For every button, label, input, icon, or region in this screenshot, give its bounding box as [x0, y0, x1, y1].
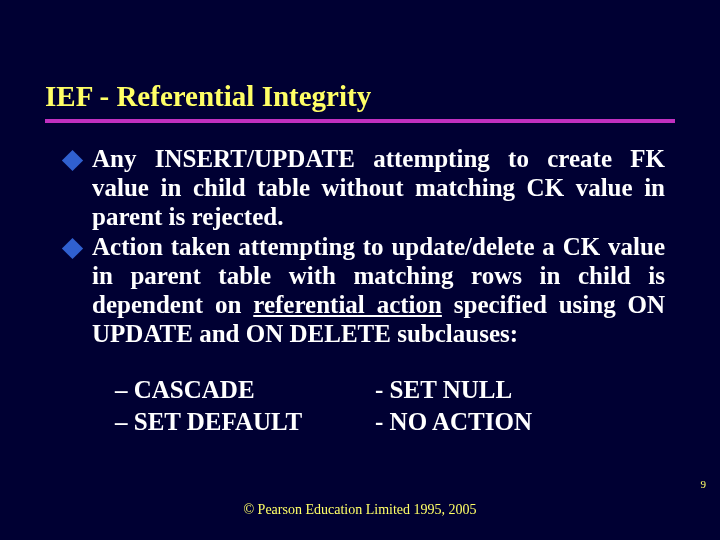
bullet-text: Any INSERT/UPDATE attempting to create F…: [92, 145, 665, 231]
slide: IEF - Referential Integrity Any INSERT/U…: [0, 0, 720, 540]
option-item: – SET DEFAULT: [115, 406, 375, 437]
slide-content: Any INSERT/UPDATE attempting to create F…: [45, 145, 675, 437]
diamond-bullet-icon: [62, 150, 83, 171]
option-item: - SET NULL: [375, 374, 635, 405]
footer-copyright: © Pearson Education Limited 1995, 2005: [0, 502, 720, 518]
option-item: – CASCADE: [115, 374, 375, 405]
bullet-item: Any INSERT/UPDATE attempting to create F…: [65, 145, 665, 231]
bullet-text-underlined: referential action: [253, 291, 442, 318]
bullet-item: Action taken attempting to update/delete…: [65, 233, 665, 348]
option-item: - NO ACTION: [375, 406, 635, 437]
options-block: – CASCADE – SET DEFAULT - SET NULL - NO …: [65, 374, 665, 437]
bullet-text: Action taken attempting to update/delete…: [92, 233, 665, 348]
slide-number: 9: [701, 478, 707, 490]
slide-title: IEF - Referential Integrity: [45, 80, 675, 123]
bullet-text-pre: Any INSERT/UPDATE attempting to create F…: [92, 145, 665, 230]
options-left-column: – CASCADE – SET DEFAULT: [115, 374, 375, 437]
diamond-bullet-icon: [62, 238, 83, 259]
options-right-column: - SET NULL - NO ACTION: [375, 374, 635, 437]
